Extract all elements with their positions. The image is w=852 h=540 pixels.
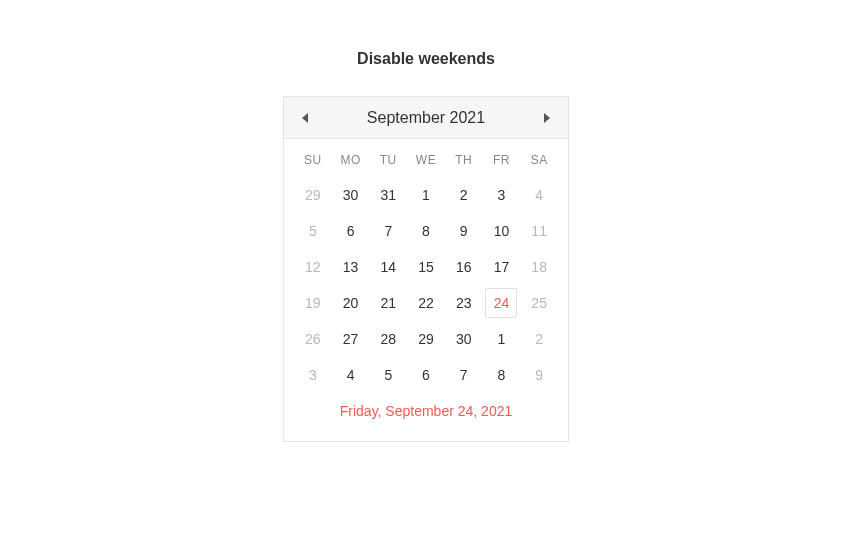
day-cell: 26 <box>294 321 332 357</box>
weekday-header: TU <box>369 147 407 173</box>
chevron-left-icon <box>302 109 310 127</box>
day-cell[interactable]: 30 <box>332 177 370 213</box>
day-cell[interactable]: 1 <box>407 177 445 213</box>
day-cell[interactable]: 21 <box>369 285 407 321</box>
day-cell[interactable]: 23 <box>445 285 483 321</box>
day-cell[interactable]: 2 <box>445 177 483 213</box>
day-cell[interactable]: 16 <box>445 249 483 285</box>
day-cell[interactable]: 29 <box>407 321 445 357</box>
day-cell[interactable]: 7 <box>445 357 483 393</box>
day-cell[interactable]: 31 <box>369 177 407 213</box>
day-cell: 4 <box>520 177 558 213</box>
selected-date-label: Friday, September 24, 2021 <box>294 393 558 429</box>
day-cell[interactable]: 8 <box>407 213 445 249</box>
day-cell[interactable]: 7 <box>369 213 407 249</box>
day-cell[interactable]: 6 <box>407 357 445 393</box>
weekday-header: SA <box>520 147 558 173</box>
weekday-header: FR <box>483 147 521 173</box>
weekday-row: SUMOTUWETHFRSA <box>294 147 558 173</box>
prev-month-button[interactable] <box>296 108 316 128</box>
month-year-label[interactable]: September 2021 <box>367 109 485 127</box>
day-cell[interactable]: 13 <box>332 249 370 285</box>
calendar-header: September 2021 <box>284 97 568 139</box>
day-cell[interactable]: 3 <box>483 177 521 213</box>
day-cell: 11 <box>520 213 558 249</box>
day-cell: 3 <box>294 357 332 393</box>
chevron-right-icon <box>542 109 550 127</box>
day-cell[interactable]: 27 <box>332 321 370 357</box>
day-cell[interactable]: 30 <box>445 321 483 357</box>
day-cell: 2 <box>520 321 558 357</box>
day-cell[interactable]: 20 <box>332 285 370 321</box>
day-cell: 9 <box>520 357 558 393</box>
next-month-button[interactable] <box>536 108 556 128</box>
day-cell: 29 <box>294 177 332 213</box>
calendar-widget: September 2021 SUMOTUWETHFRSA 2930311234… <box>283 96 569 442</box>
weekday-header: SU <box>294 147 332 173</box>
day-cell[interactable]: 22 <box>407 285 445 321</box>
day-cell: 5 <box>294 213 332 249</box>
page-title: Disable weekends <box>357 50 495 68</box>
day-cell[interactable]: 1 <box>483 321 521 357</box>
day-cell[interactable]: 9 <box>445 213 483 249</box>
day-cell[interactable]: 5 <box>369 357 407 393</box>
day-cell[interactable]: 6 <box>332 213 370 249</box>
weekday-header: MO <box>332 147 370 173</box>
day-cell[interactable]: 4 <box>332 357 370 393</box>
day-cell[interactable]: 24 <box>483 285 521 321</box>
day-cell[interactable]: 15 <box>407 249 445 285</box>
days-grid: 2930311234567891011121314151617181920212… <box>294 177 558 393</box>
day-cell[interactable]: 28 <box>369 321 407 357</box>
day-cell[interactable]: 17 <box>483 249 521 285</box>
day-cell: 25 <box>520 285 558 321</box>
weekday-header: TH <box>445 147 483 173</box>
day-cell: 18 <box>520 249 558 285</box>
calendar-body: SUMOTUWETHFRSA 2930311234567891011121314… <box>284 139 568 441</box>
day-cell: 12 <box>294 249 332 285</box>
weekday-header: WE <box>407 147 445 173</box>
day-cell: 19 <box>294 285 332 321</box>
day-cell[interactable]: 10 <box>483 213 521 249</box>
day-cell[interactable]: 8 <box>483 357 521 393</box>
day-cell[interactable]: 14 <box>369 249 407 285</box>
